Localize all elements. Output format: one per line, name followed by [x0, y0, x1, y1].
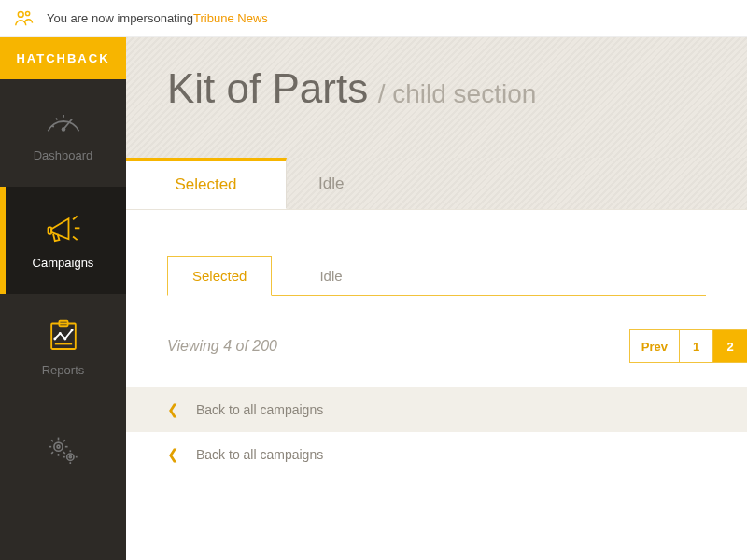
svg-point-13	[53, 338, 56, 341]
brand-logo[interactable]: HATCHBACK	[0, 37, 126, 79]
pagination: Prev 1 2	[629, 329, 747, 363]
chevron-left-icon: ❮	[167, 401, 179, 418]
sidebar-item-label: Campaigns	[33, 256, 94, 270]
subtab-selected[interactable]: Selected	[167, 256, 272, 296]
impersonate-target-name: Tribune News	[193, 11, 268, 25]
sidebar: HATCHBACK Dashboard	[0, 37, 126, 560]
secondary-tabs: Selected Idle	[167, 255, 706, 296]
back-link[interactable]: ❮ Back to all campaigns	[126, 387, 747, 432]
sidebar-item-dashboard[interactable]: Dashboard	[0, 79, 126, 187]
svg-point-14	[58, 332, 61, 335]
sidebar-item-settings[interactable]	[0, 401, 126, 509]
svg-line-26	[51, 452, 53, 454]
sidebar-item-campaigns[interactable]: Campaigns	[0, 187, 126, 294]
svg-line-5	[55, 119, 57, 120]
megaphone-icon	[43, 211, 84, 246]
svg-point-15	[63, 338, 66, 341]
svg-point-1	[25, 11, 29, 15]
tab-idle[interactable]: Idle	[287, 158, 747, 209]
svg-point-0	[18, 11, 23, 17]
svg-point-16	[70, 329, 73, 331]
svg-line-24	[51, 440, 53, 441]
viewing-count: Viewing 4 of 200	[167, 338, 277, 355]
main: Kit of Parts / child section Selected Id…	[126, 37, 747, 560]
gauge-icon	[43, 104, 84, 139]
back-link-label: Back to all campaigns	[196, 402, 323, 417]
pager-page-1[interactable]: 1	[680, 329, 713, 363]
svg-point-29	[69, 455, 71, 457]
content-area: Selected Idle Viewing 4 of 200 Prev 1 2 …	[126, 210, 747, 560]
sidebar-item-reports[interactable]: Reports	[0, 294, 126, 401]
impersonation-bar: You are now impersonating Tribune News	[0, 0, 747, 37]
svg-line-10	[73, 236, 78, 240]
chevron-left-icon: ❮	[167, 446, 179, 463]
sidebar-item-label: Reports	[42, 363, 85, 377]
back-link-label: Back to all campaigns	[196, 447, 323, 462]
primary-tabs: Selected Idle	[126, 158, 747, 210]
svg-line-27	[63, 440, 64, 441]
svg-line-8	[73, 216, 78, 219]
subtab-idle[interactable]: Idle	[294, 256, 367, 296]
pager-page-2[interactable]: 2	[713, 329, 747, 363]
page-title: Kit of Parts	[167, 65, 368, 111]
sidebar-item-label: Dashboard	[34, 148, 93, 162]
svg-point-18	[53, 442, 62, 451]
list-meta-row: Viewing 4 of 200 Prev 1 2	[126, 329, 747, 363]
svg-point-28	[66, 453, 73, 459]
svg-line-4	[51, 126, 54, 127]
tab-selected[interactable]: Selected	[126, 158, 287, 209]
svg-line-25	[63, 452, 64, 454]
pager-prev[interactable]: Prev	[630, 329, 680, 363]
chart-clipboard-icon	[43, 318, 84, 354]
page-subtitle: / child section	[378, 79, 537, 108]
back-link[interactable]: ❮ Back to all campaigns	[126, 432, 747, 477]
page-header: Kit of Parts / child section	[126, 37, 747, 159]
gears-icon	[43, 433, 84, 469]
impersonate-prefix: You are now impersonating	[47, 11, 193, 25]
svg-rect-7	[48, 227, 51, 233]
svg-point-19	[57, 445, 60, 448]
impersonate-icon	[13, 8, 34, 29]
